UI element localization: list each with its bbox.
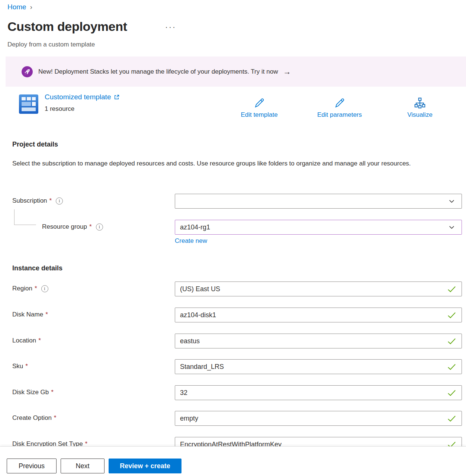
- checkmark-icon: [447, 338, 456, 344]
- subscription-label: Subscription * i: [12, 197, 63, 205]
- region-input[interactable]: [175, 282, 447, 296]
- customized-template-link[interactable]: Customized template: [45, 93, 120, 101]
- edit-template-label: Edit template: [241, 111, 277, 119]
- info-icon[interactable]: i: [56, 197, 63, 205]
- sku-input[interactable]: [175, 360, 447, 374]
- edit-parameters-button[interactable]: Edit parameters: [308, 97, 371, 119]
- required-asterisk: *: [54, 414, 57, 422]
- visualize-button[interactable]: Visualize: [388, 97, 451, 119]
- pencil-icon: [334, 97, 346, 109]
- review-create-button[interactable]: Review + create: [109, 459, 181, 473]
- sku-field: [175, 359, 462, 374]
- breadcrumb-chevron-icon: ›: [30, 3, 32, 11]
- chevron-down-icon: [449, 224, 455, 231]
- location-input[interactable]: [175, 334, 447, 348]
- create-option-label: Create Option *: [12, 414, 56, 422]
- resource-group-dropdown[interactable]: az104-rg1: [175, 220, 462, 235]
- page-title: Custom deployment: [7, 19, 127, 34]
- chevron-down-icon: [449, 198, 455, 205]
- checkmark-icon: [447, 364, 456, 370]
- region-label: Region * i: [12, 285, 48, 292]
- customized-template-label: Customized template: [45, 93, 111, 101]
- disk-size-label: Disk Size Gb *: [12, 389, 54, 396]
- footer-action-bar: Previous Next Review + create: [0, 446, 466, 476]
- page-subtitle: Deploy from a custom template: [7, 41, 95, 48]
- region-field: [175, 282, 462, 296]
- banner-message: New! Deployment Stacks let you manage th…: [38, 68, 278, 75]
- nesting-connector-line: [14, 209, 36, 225]
- disk-size-input[interactable]: [175, 386, 447, 400]
- project-details-heading: Project details: [12, 141, 58, 148]
- create-option-input[interactable]: [175, 411, 447, 425]
- disk-size-field: [175, 385, 462, 400]
- instance-details-heading: Instance details: [12, 264, 62, 272]
- required-asterisk: *: [45, 311, 48, 318]
- next-button[interactable]: Next: [61, 459, 105, 473]
- required-asterisk: *: [89, 223, 92, 231]
- checkmark-icon: [447, 390, 456, 396]
- info-icon[interactable]: i: [96, 223, 103, 231]
- required-asterisk: *: [49, 197, 52, 205]
- banner-arrow-icon[interactable]: →: [283, 67, 291, 76]
- announcement-banner: New! Deployment Stacks let you manage th…: [6, 57, 466, 87]
- checkmark-icon: [447, 286, 456, 292]
- resource-group-label: Resource group * i: [42, 223, 103, 231]
- info-icon[interactable]: i: [41, 285, 48, 292]
- required-asterisk: *: [25, 363, 28, 370]
- project-details-description: Select the subscription to manage deploy…: [12, 158, 440, 169]
- edit-parameters-label: Edit parameters: [317, 111, 362, 119]
- template-resource-count: 1 resource: [45, 105, 74, 113]
- pencil-icon: [253, 97, 265, 109]
- create-new-link[interactable]: Create new: [175, 237, 207, 245]
- visualize-label: Visualize: [407, 111, 433, 119]
- subscription-dropdown[interactable]: [175, 194, 462, 209]
- location-field: [175, 334, 462, 348]
- checkmark-icon: [447, 312, 456, 318]
- disk-name-field: [175, 308, 462, 322]
- location-label: Location *: [12, 337, 41, 344]
- sku-label: Sku *: [12, 363, 28, 370]
- required-asterisk: *: [38, 337, 41, 344]
- disk-name-input[interactable]: [175, 308, 447, 322]
- create-option-field: [175, 411, 462, 426]
- breadcrumb: Home ›: [7, 3, 32, 11]
- visualize-icon: [414, 97, 426, 109]
- disk-name-label: Disk Name *: [12, 311, 48, 318]
- resource-group-value: az104-rg1: [175, 223, 449, 231]
- external-link-icon: [113, 94, 120, 100]
- edit-template-button[interactable]: Edit template: [228, 97, 291, 119]
- title-context-menu-button[interactable]: ···: [165, 22, 176, 31]
- rocket-icon: [22, 66, 33, 77]
- breadcrumb-home-link[interactable]: Home: [7, 3, 26, 11]
- previous-button[interactable]: Previous: [7, 459, 57, 473]
- required-asterisk: *: [51, 389, 54, 396]
- checkmark-icon: [447, 415, 456, 422]
- template-icon: [19, 94, 39, 114]
- required-asterisk: *: [35, 285, 37, 292]
